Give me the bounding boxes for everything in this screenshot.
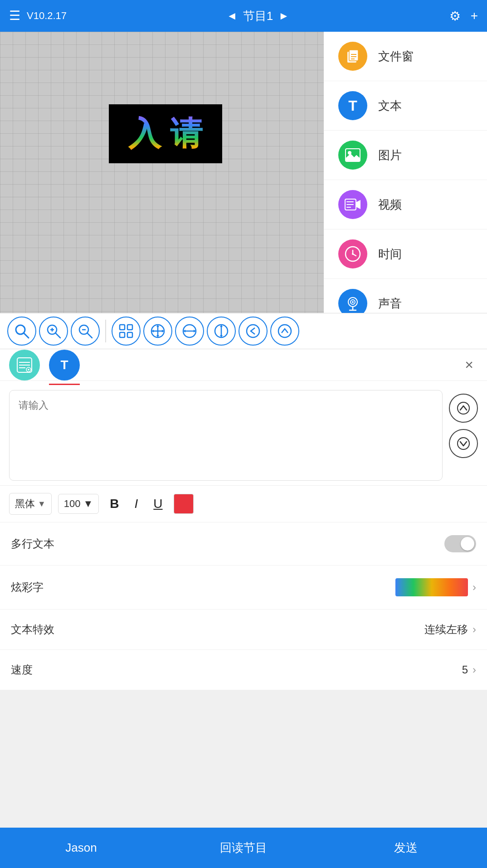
video-icon	[338, 190, 367, 219]
zoom-in-btn[interactable]	[39, 317, 68, 346]
move-all-btn[interactable]	[143, 317, 172, 346]
svg-rect-11	[346, 207, 351, 208]
time-icon	[338, 239, 367, 268]
rainbow-row[interactable]: 炫彩字 ›	[0, 566, 487, 610]
close-button[interactable]: ×	[460, 356, 478, 373]
menu-item-time[interactable]: 时间	[324, 229, 487, 279]
svg-point-18	[352, 301, 354, 303]
bottom-bar: Jason 回读节目 发送	[0, 827, 487, 868]
jason-button[interactable]: Jason	[0, 828, 162, 868]
svg-marker-7	[346, 154, 360, 161]
search-btn[interactable]	[7, 317, 36, 346]
speed-row[interactable]: 速度 5 ›	[0, 650, 487, 690]
canvas-area: 入 请 文件窗 T 文本	[0, 32, 487, 313]
font-name-value: 黑体	[15, 497, 35, 511]
gear-icon[interactable]: ⚙	[449, 9, 461, 24]
menu-item-image[interactable]: 图片	[324, 131, 487, 180]
svg-point-15	[352, 253, 354, 255]
svg-point-41	[247, 325, 259, 337]
rainbow-swatch	[395, 578, 468, 596]
grid-btn[interactable]	[112, 317, 141, 346]
svg-rect-30	[120, 325, 125, 330]
hamburger-icon[interactable]: ☰	[9, 10, 20, 22]
color-swatch[interactable]	[174, 494, 194, 514]
program-title: 节目1	[243, 8, 273, 24]
nav-right-arrow[interactable]: ►	[278, 10, 289, 22]
settings-tab[interactable]	[9, 350, 40, 380]
svg-rect-10	[346, 204, 354, 205]
svg-rect-31	[127, 325, 132, 330]
rainbow-chevron: ›	[472, 581, 476, 594]
svg-line-22	[24, 333, 29, 338]
multiline-toggle[interactable]	[444, 535, 476, 552]
image-label: 图片	[378, 147, 402, 163]
dropdown-menu: 文件窗 T 文本 图片	[324, 32, 487, 313]
rainbow-right: ›	[395, 578, 476, 596]
multiline-label: 多行文本	[11, 536, 54, 551]
move-vertical-btn[interactable]	[207, 317, 236, 346]
effect-chevron: ›	[472, 623, 476, 636]
reload-button[interactable]: 回读节目	[162, 828, 325, 868]
image-icon	[338, 141, 367, 170]
menu-item-sound[interactable]: 声音	[324, 279, 487, 313]
move-left-btn[interactable]	[239, 317, 268, 346]
header-center: ◄ 节目1 ►	[227, 8, 289, 24]
svg-rect-32	[120, 332, 125, 337]
font-name-chevron: ▼	[38, 499, 46, 509]
font-size-chevron: ▼	[83, 498, 93, 510]
zoom-out-btn[interactable]	[71, 317, 100, 346]
italic-button[interactable]: I	[130, 495, 143, 513]
send-button[interactable]: 发送	[325, 828, 487, 868]
input-arrows	[449, 394, 478, 458]
text-tab[interactable]: T	[49, 350, 80, 380]
effect-value: 连续左移	[424, 622, 468, 637]
toolbar	[0, 313, 487, 349]
text-menu-label: 文本	[378, 98, 402, 114]
svg-point-50	[458, 402, 469, 414]
effect-row[interactable]: 文本特效 连续左移 ›	[0, 610, 487, 650]
header-left: ☰ V10.2.17	[9, 10, 67, 22]
font-size-value: 100	[64, 498, 81, 510]
text-input-section	[0, 381, 487, 486]
svg-rect-33	[127, 332, 132, 337]
video-label: 视频	[378, 197, 402, 213]
menu-item-file-window[interactable]: 文件窗	[324, 32, 487, 81]
rainbow-label: 炫彩字	[11, 580, 44, 595]
sound-icon	[338, 289, 367, 313]
header-right: ⚙ +	[449, 9, 478, 24]
speed-chevron: ›	[472, 663, 476, 676]
svg-line-29	[88, 333, 92, 338]
canvas-content: 入 请	[109, 104, 222, 163]
plus-icon[interactable]: +	[471, 9, 478, 23]
scroll-down-btn[interactable]	[449, 429, 478, 458]
scroll-up-btn[interactable]	[449, 394, 478, 423]
font-size-select[interactable]: 100 ▼	[58, 494, 99, 514]
effect-label: 文本特效	[11, 622, 54, 637]
time-label: 时间	[378, 246, 402, 262]
tabs-bar: T ×	[0, 349, 487, 381]
effect-right: 连续左移 ›	[424, 622, 476, 637]
multiline-row: 多行文本	[0, 522, 487, 566]
header: ☰ V10.2.17 ◄ 节目1 ► ⚙ +	[0, 0, 487, 32]
version-label: V10.2.17	[27, 10, 67, 22]
file-window-icon	[338, 42, 367, 71]
bold-button[interactable]: B	[105, 495, 123, 513]
svg-rect-9	[346, 201, 354, 202]
move-up-btn[interactable]	[270, 317, 299, 346]
speed-label: 速度	[11, 663, 33, 677]
underline-button[interactable]: U	[149, 495, 167, 513]
menu-item-text[interactable]: T 文本	[324, 81, 487, 131]
move-horizontal-btn[interactable]	[175, 317, 204, 346]
text-menu-icon: T	[338, 91, 367, 120]
settings-section: 多行文本 炫彩字 › 文本特效 连续左移 › 速度 5 ›	[0, 522, 487, 690]
nav-left-arrow[interactable]: ◄	[227, 10, 238, 22]
font-controls: 黑体 ▼ 100 ▼ B I U	[0, 486, 487, 522]
file-window-label: 文件窗	[378, 49, 414, 64]
font-name-select[interactable]: 黑体 ▼	[9, 493, 52, 515]
text-input[interactable]	[9, 390, 443, 481]
canvas-display-text: 入 请	[128, 112, 203, 156]
speed-value: 5	[462, 663, 468, 676]
sound-label: 声音	[378, 296, 402, 312]
menu-item-video[interactable]: 视频	[324, 180, 487, 229]
speed-right: 5 ›	[462, 663, 476, 676]
